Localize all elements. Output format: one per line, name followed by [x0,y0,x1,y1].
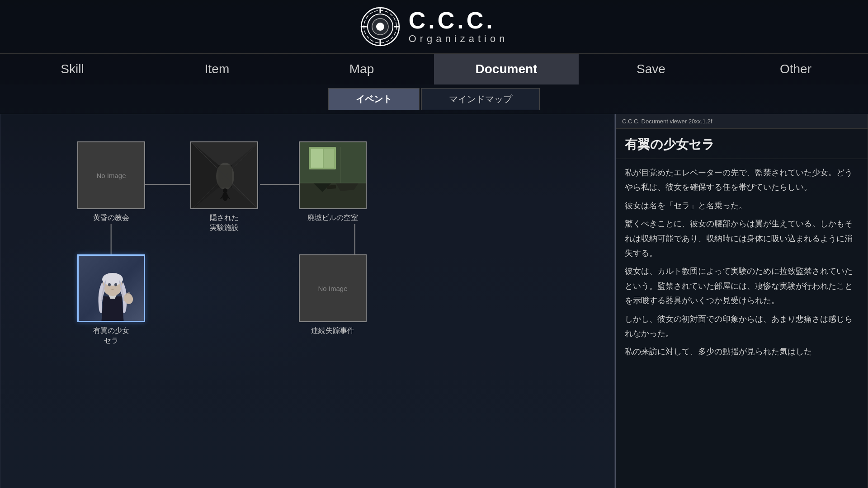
nav-document[interactable]: Document [434,54,579,84]
svg-rect-29 [311,149,323,168]
nav-skill[interactable]: Skill [0,54,145,84]
nav-other[interactable]: Other [723,54,868,84]
node-label-sela: 有翼の少女 セラ [93,326,129,346]
node-church[interactable]: No Image 黄昏の教会 [77,141,145,223]
tab-event[interactable]: イベント [328,88,420,110]
node-box-incident[interactable]: No Image [299,254,367,322]
logo-text: C.C.C. Organization [409,9,509,45]
svg-rect-30 [324,149,334,168]
no-image-label-church: No Image [96,172,126,179]
no-image-label-incident: No Image [318,285,347,292]
logo-area: C.C.C. Organization [360,6,509,47]
app-subtitle: Organization [409,33,509,45]
svg-point-24 [223,188,227,193]
node-label-church: 黄昏の教会 [93,213,129,223]
header: C.C.C. Organization Skill Item Map Docum… [0,0,868,84]
node-lab[interactable]: 隠された 実験施設 [190,141,258,233]
nav-save[interactable]: Save [579,54,723,84]
doc-paragraph-2: 彼女は名を「セラ」と名乗った。 [625,198,859,213]
app-title: C.C.C. [409,9,495,32]
doc-paragraph-5: しかし、彼女の初対面での印象からは、あまり悲痛さは感じられなかった。 [625,312,859,341]
doc-viewer-header: C.C.C. Document viewer 20xx.1.2f [616,114,868,129]
node-label-lab: 隠された 実験施設 [210,213,239,233]
node-label-incident: 連続失踪事件 [311,326,354,336]
nav-map[interactable]: Map [289,54,434,84]
doc-paragraph-3: 驚くべきことに、彼女の腰部からは翼が生えている。しかもそれは収納可能であり、収納… [625,216,859,260]
logo-icon [360,6,401,47]
svg-marker-38 [101,296,124,322]
doc-paragraph-4: 彼女は、カルト教団によって実験のために拉致監禁されていたという。監禁されていた部… [625,264,859,308]
node-label-ruins: 廃墟ビルの空室 [307,213,358,223]
main-content: No Image 黄昏の教会 [0,114,868,488]
sub-tabs: イベント マインドマップ [0,84,868,114]
tab-mindmap[interactable]: マインドマップ [421,88,540,110]
node-box-lab[interactable] [190,141,258,209]
node-box-ruins[interactable] [299,141,367,209]
doc-body[interactable]: 私が目覚めたエレベーターの先で、監禁されていた少女。どうやら私は、彼女を確保する… [616,159,868,488]
nav-bar: Skill Item Map Document Save Other [0,53,868,84]
svg-point-43 [108,283,111,286]
node-box-sela[interactable] [77,254,145,322]
doc-panel: C.C.C. Document viewer 20xx.1.2f 有翼の少女セラ… [615,114,868,488]
node-ruins[interactable]: 廃墟ビルの空室 [299,141,367,223]
node-box-church[interactable]: No Image [77,141,145,209]
doc-paragraph: 私が目覚めたエレベーターの先で、監禁されていた少女。どうやら私は、彼女を確保する… [625,165,859,195]
mindmap-panel: No Image 黄昏の教会 [0,114,615,488]
svg-point-4 [376,23,384,31]
node-incident[interactable]: No Image 連続失踪事件 [299,254,367,336]
node-sela[interactable]: 有翼の少女 セラ [77,254,145,346]
doc-title: 有翼の少女セラ [616,129,868,159]
doc-paragraph-6: 私の来訪に対して、多少の動揺が見られた気はした [625,344,859,359]
nav-item[interactable]: Item [145,54,289,84]
svg-point-44 [114,283,117,286]
